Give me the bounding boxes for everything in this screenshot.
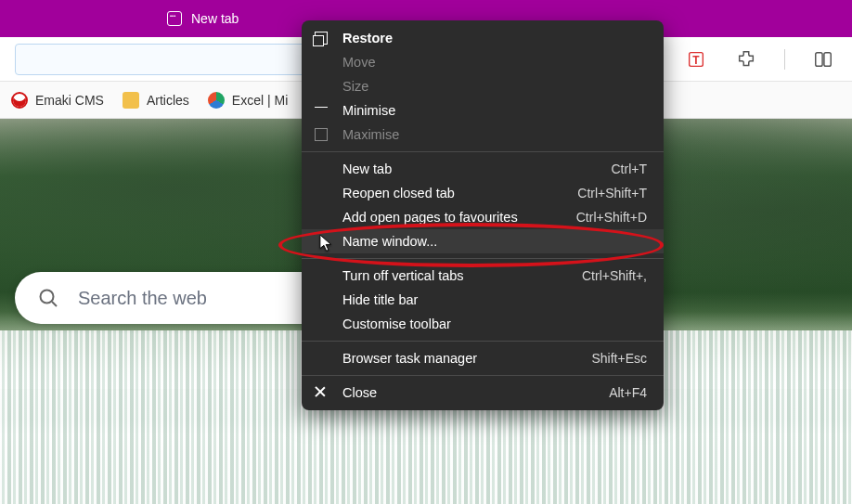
- max-icon: [315, 128, 328, 141]
- menu-divider: [302, 258, 664, 259]
- menu-divider: [302, 375, 664, 376]
- svg-rect-3: [824, 52, 831, 66]
- bookmark-articles-icon: [123, 92, 139, 109]
- search-icon: [37, 287, 59, 309]
- menu-item-minimise[interactable]: Minimise: [302, 98, 664, 123]
- menu-item-hide-title-bar[interactable]: Hide title bar: [302, 288, 664, 312]
- menu-item-shortcut: Ctrl+Shift+,: [582, 268, 647, 283]
- close-icon: [315, 386, 328, 399]
- menu-item-close[interactable]: CloseAlt+F4: [302, 381, 664, 405]
- window-context-menu: RestoreMoveSizeMinimiseMaximiseNew tabCt…: [302, 20, 664, 410]
- menu-item-label: Hide title bar: [342, 292, 647, 307]
- menu-item-label: Name window...: [342, 234, 647, 249]
- menu-item-shortcut: Shift+Esc: [591, 351, 647, 366]
- bookmark-emaki-label: Emaki CMS: [35, 93, 104, 108]
- new-tab-icon: [167, 11, 182, 26]
- menu-item-label: Maximise: [342, 127, 647, 142]
- bookmark-emaki[interactable]: Emaki CMS: [11, 92, 104, 109]
- toolbar-separator: [784, 49, 785, 70]
- restore-icon: [315, 32, 328, 45]
- menu-item-move: Move: [302, 50, 664, 74]
- menu-item-customise-toolbar[interactable]: Customise toolbar: [302, 312, 664, 336]
- menu-divider: [302, 151, 664, 152]
- menu-item-new-tab[interactable]: New tabCtrl+T: [302, 157, 664, 181]
- svg-rect-2: [816, 52, 822, 66]
- menu-item-label: Customise toolbar: [342, 317, 647, 331]
- menu-item-label: Minimise: [342, 103, 647, 118]
- menu-item-shortcut: Ctrl+Shift+D: [576, 210, 647, 225]
- menu-item-label: Turn off vertical tabs: [342, 268, 582, 283]
- min-icon: [315, 107, 328, 120]
- bookmark-excel[interactable]: Excel | Mi: [208, 92, 288, 109]
- menu-item-label: Add open pages to favourites: [342, 210, 576, 225]
- menu-item-label: Browser task manager: [342, 351, 591, 366]
- menu-item-restore[interactable]: Restore: [302, 26, 664, 50]
- menu-item-shortcut: Ctrl+Shift+T: [577, 186, 647, 200]
- t-extension-icon[interactable]: T: [684, 47, 708, 71]
- menu-item-label: Restore: [342, 31, 647, 45]
- menu-item-label: Close: [342, 385, 609, 400]
- menu-item-browser-task-manager[interactable]: Browser task managerShift+Esc: [302, 346, 664, 370]
- svg-point-4: [41, 291, 54, 304]
- menu-item-add-open-pages-to-favourites[interactable]: Add open pages to favouritesCtrl+Shift+D: [302, 205, 664, 229]
- bookmark-excel-icon: [208, 92, 225, 109]
- svg-text:T: T: [692, 53, 700, 66]
- bookmark-emaki-icon: [11, 92, 28, 109]
- tab-label[interactable]: New tab: [191, 11, 239, 26]
- menu-item-label: Move: [342, 55, 647, 70]
- menu-item-maximise: Maximise: [302, 123, 664, 147]
- menu-item-shortcut: Alt+F4: [609, 385, 647, 400]
- menu-item-turn-off-vertical-tabs[interactable]: Turn off vertical tabsCtrl+Shift+,: [302, 264, 664, 288]
- bookmark-articles[interactable]: Articles: [123, 92, 189, 109]
- bookmark-excel-label: Excel | Mi: [232, 93, 288, 108]
- menu-item-reopen-closed-tab[interactable]: Reopen closed tabCtrl+Shift+T: [302, 181, 664, 205]
- menu-divider: [302, 341, 664, 342]
- menu-item-size: Size: [302, 74, 664, 98]
- menu-item-shortcut: Ctrl+T: [612, 162, 648, 176]
- svg-line-5: [52, 302, 57, 306]
- menu-item-label: Size: [342, 79, 647, 94]
- split-screen-icon[interactable]: [811, 47, 835, 71]
- menu-item-label: New tab: [342, 162, 612, 176]
- bookmark-articles-label: Articles: [147, 93, 189, 108]
- search-placeholder: Search the web: [78, 288, 207, 309]
- menu-item-label: Reopen closed tab: [342, 186, 577, 200]
- menu-item-name-window[interactable]: Name window...: [302, 229, 664, 253]
- extensions-icon[interactable]: [734, 47, 758, 71]
